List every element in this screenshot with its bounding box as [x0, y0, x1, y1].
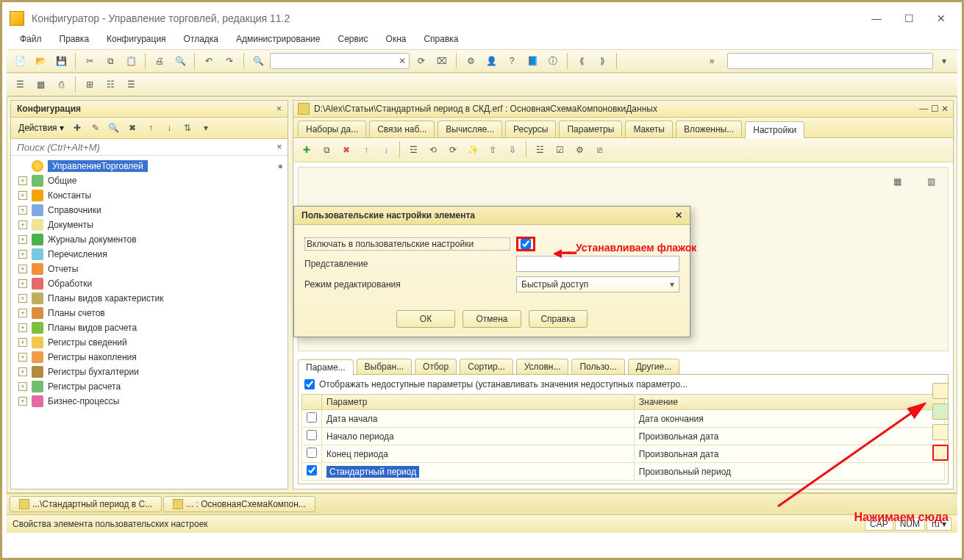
tab-templates[interactable]: Макеты	[625, 121, 673, 137]
subtab-selected[interactable]: Выбран...	[357, 359, 412, 374]
panel-close-icon[interactable]: ×	[276, 104, 282, 114]
rt-copy-icon[interactable]: ⧉	[318, 141, 335, 159]
menu-help[interactable]: Справка	[418, 32, 464, 46]
tab-links[interactable]: Связи наб...	[369, 121, 435, 137]
col-value[interactable]: Значение	[634, 395, 944, 410]
paste-icon[interactable]: 📋	[122, 52, 140, 70]
rt-down-icon[interactable]: ↓	[377, 141, 395, 159]
table-row[interactable]: Конец периода Произвольная дата	[302, 445, 945, 463]
table-row[interactable]: Дата начала Дата окончания	[302, 410, 945, 428]
cfg-add-icon[interactable]: ✚	[69, 120, 85, 136]
tree-label[interactable]: Справочники	[48, 205, 101, 215]
subtab-user[interactable]: Пользо...	[571, 359, 624, 374]
tree-label[interactable]: Планы видов характеристик	[48, 293, 163, 304]
cfg-down-icon[interactable]: ↓	[161, 120, 177, 136]
side-edit-icon[interactable]	[932, 383, 949, 399]
tree-label[interactable]: Константы	[48, 190, 91, 201]
rt-t7-icon[interactable]: ☳	[531, 141, 549, 159]
editmode-select[interactable]: Быстрый доступ ▾	[516, 276, 679, 292]
subtab-params[interactable]: Параме...	[298, 359, 354, 375]
redo-icon[interactable]: ↷	[221, 52, 238, 70]
search-field[interactable]: ✕	[270, 53, 410, 69]
subtab-sort[interactable]: Сортир...	[460, 359, 513, 374]
undo-icon[interactable]: ↶	[200, 52, 218, 70]
tree-label[interactable]: Регистры бухгалтерии	[48, 367, 139, 377]
subtab-filter[interactable]: Отбор	[415, 359, 457, 374]
refresh-icon[interactable]: ⟳	[413, 52, 430, 70]
tab-nested[interactable]: Вложенны...	[676, 121, 742, 137]
st1-icon[interactable]: ☰	[11, 76, 29, 93]
representation-input[interactable]	[516, 256, 679, 272]
tree-label[interactable]: Отчеты	[48, 264, 78, 274]
side-copy-icon[interactable]	[932, 424, 949, 440]
tree-label[interactable]: Регистры накопления	[48, 352, 137, 362]
tab-datasets[interactable]: Наборы да...	[298, 121, 366, 137]
menu-service[interactable]: Сервис	[332, 32, 374, 46]
st4-icon[interactable]: ⊞	[81, 76, 99, 93]
menu-debug[interactable]: Отладка	[178, 32, 224, 46]
cfg-filter-icon[interactable]: ▾	[198, 120, 214, 136]
rt-t1-icon[interactable]: ☲	[404, 141, 422, 159]
new-icon[interactable]: 📄	[11, 52, 29, 70]
tool3-icon[interactable]: ?	[503, 52, 521, 70]
dialog-title[interactable]: Пользовательские настройки элемента ✕	[294, 207, 690, 225]
side-usersettings-icon[interactable]	[932, 445, 949, 461]
tree-label[interactable]: Обработки	[48, 279, 92, 289]
doc-window-buttons[interactable]: — ☐ ✕	[919, 104, 949, 114]
tree-label[interactable]: Регистры расчета	[48, 381, 121, 392]
menu-windows[interactable]: Окна	[380, 32, 413, 46]
rt-t4-icon[interactable]: ✨	[464, 141, 482, 159]
show-unavailable-checkbox[interactable]	[304, 379, 315, 390]
close-button[interactable]: ✕	[925, 9, 957, 28]
menu-admin[interactable]: Администрирование	[230, 32, 326, 46]
canvas-tool1-icon[interactable]: ▦	[888, 172, 907, 191]
print-icon[interactable]: 🖨	[151, 52, 168, 70]
tool6-icon[interactable]: ⟪	[573, 52, 590, 70]
rt-t6-icon[interactable]: ⇩	[504, 141, 521, 159]
cfg-tool2-icon[interactable]: 🔍	[106, 120, 122, 136]
row-check[interactable]	[307, 465, 317, 475]
window-tab-2[interactable]: ... : ОсновнаяСхемаКомпон...	[163, 496, 315, 512]
tree-label[interactable]: Планы счетов	[48, 308, 105, 318]
overflow-icon[interactable]: »	[703, 52, 721, 70]
menu-config[interactable]: Конфигурация	[101, 32, 172, 46]
canvas-tool2-icon[interactable]: ▥	[921, 172, 940, 191]
tool1-icon[interactable]: ⚙	[462, 52, 479, 70]
tab-settings[interactable]: Настройки	[745, 121, 804, 138]
rt-add-icon[interactable]: ✚	[298, 141, 315, 159]
tool5-icon[interactable]: ⓘ	[544, 52, 562, 70]
row-check[interactable]	[307, 412, 317, 423]
tree-label[interactable]: Перечисления	[48, 249, 107, 259]
rt-up-icon[interactable]: ↑	[357, 141, 375, 159]
open-icon[interactable]: 📂	[32, 52, 49, 70]
ok-button[interactable]: ОК	[396, 310, 455, 328]
rt-t10-icon[interactable]: ⎚	[590, 141, 608, 159]
rt-t3-icon[interactable]: ⟳	[444, 141, 462, 159]
rt-t9-icon[interactable]: ⚙	[571, 141, 588, 159]
right-dropdown[interactable]	[727, 53, 933, 69]
tab-resources[interactable]: Ресурсы	[505, 121, 556, 137]
window-tab-1[interactable]: ...\Стандартный период в С...	[10, 496, 162, 512]
tree-label[interactable]: Регистры сведений	[48, 337, 127, 348]
row-check[interactable]	[307, 430, 317, 440]
st6-icon[interactable]: ☰	[122, 76, 140, 93]
cfg-sort-icon[interactable]: ⇅	[179, 120, 196, 136]
config-tree[interactable]: + УправлениеТорговлей ● +Общие +Констант…	[11, 156, 288, 489]
subtab-other[interactable]: Другие...	[628, 359, 679, 374]
save-icon[interactable]: 💾	[52, 52, 70, 70]
tree-label[interactable]: Документы	[48, 220, 93, 230]
dialog-close-icon[interactable]: ✕	[675, 210, 682, 220]
find-icon[interactable]: 🔍	[249, 52, 267, 70]
menu-file[interactable]: Файл	[14, 32, 48, 46]
rt-t2-icon[interactable]: ⟲	[424, 141, 442, 159]
maximize-button[interactable]: ☐	[893, 9, 925, 28]
tab-calc[interactable]: Вычисляе...	[438, 121, 502, 137]
st2-icon[interactable]: ▦	[32, 76, 49, 93]
tab-params[interactable]: Параметры	[559, 121, 622, 137]
dd-arrow-icon[interactable]: ▾	[935, 52, 953, 70]
tool2-icon[interactable]: 👤	[482, 52, 500, 70]
st3-icon[interactable]: ⎙	[52, 76, 70, 93]
rt-t5-icon[interactable]: ⇧	[484, 141, 501, 159]
help-button[interactable]: Справка	[529, 310, 588, 328]
cfg-up-icon[interactable]: ↑	[143, 120, 159, 136]
